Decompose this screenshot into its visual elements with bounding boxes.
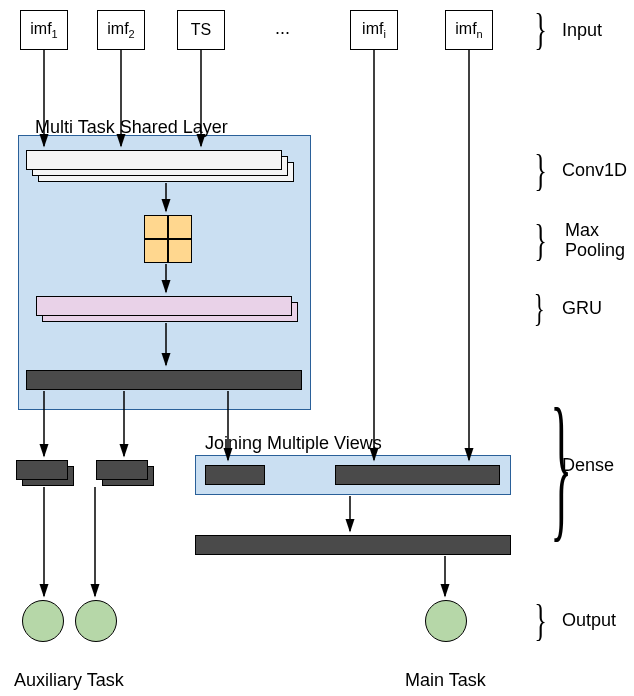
rlabel-pool: MaxPooling [565,220,625,260]
input-imf2-label: imf2 [107,20,134,40]
input-dots: ... [275,18,290,39]
input-imf1: imf1 [20,10,68,50]
joining-dense-small [205,465,265,485]
input-imf2: imf2 [97,10,145,50]
input-imfn: imfn [445,10,493,50]
input-ts: TS [177,10,225,50]
aux-output-2 [75,600,117,642]
joining-dense-large [335,465,500,485]
gru-layer-1 [36,296,292,316]
maxpool-cell [144,215,168,239]
main-output [425,600,467,642]
rlabel-output: Output [562,610,616,631]
shared-dense [26,370,302,390]
brace-icon: } [534,595,547,646]
input-imfn-label: imfn [455,20,482,40]
input-ts-label: TS [191,21,211,39]
rlabel-input: Input [562,20,602,41]
aux-output-1 [22,600,64,642]
architecture-diagram: imf1 imf2 TS ... imfi imfn Multi Task Sh… [0,0,634,696]
rlabel-conv: Conv1D [562,160,627,181]
input-imfi: imfi [350,10,398,50]
aux-dense-2a [96,460,148,480]
joining-label: Joining Multiple Views [205,433,382,454]
main-dense [195,535,511,555]
aux-task-label: Auxiliary Task [14,670,124,691]
aux-dense-1a [16,460,68,480]
conv1d-layer-1 [26,150,282,170]
input-imfi-label: imfi [362,20,386,40]
input-imf1-label: imf1 [30,20,57,40]
maxpool-cell [168,239,192,263]
brace-icon: } [534,215,547,266]
maxpool-cell [168,215,192,239]
rlabel-gru: GRU [562,298,602,319]
brace-icon: } [534,145,547,196]
brace-icon: } [534,286,545,330]
rlabel-dense: Dense [562,455,614,476]
shared-layer-label: Multi Task Shared Layer [35,117,228,138]
brace-icon: } [534,4,547,55]
maxpool-cell [144,239,168,263]
main-task-label: Main Task [405,670,486,691]
